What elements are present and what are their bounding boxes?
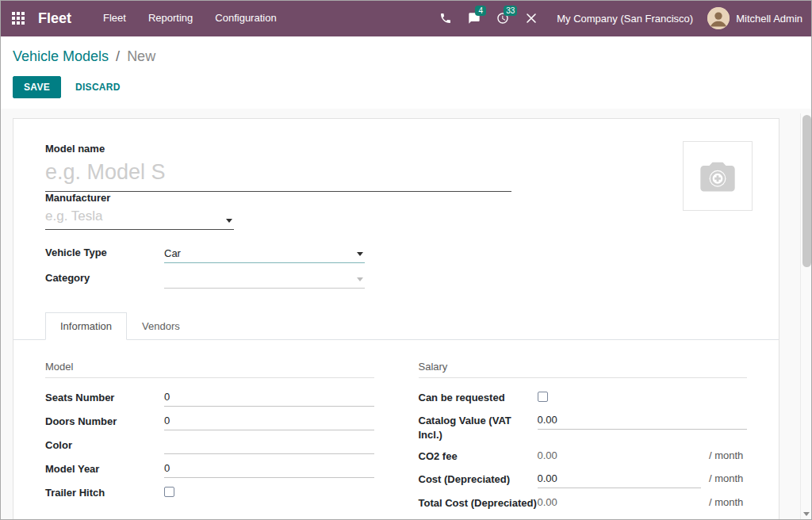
scrollbar[interactable] bbox=[800, 113, 812, 520]
tab-vendors[interactable]: Vendors bbox=[127, 312, 195, 340]
color-label: Color bbox=[45, 436, 164, 453]
menu-fleet[interactable]: Fleet bbox=[92, 0, 137, 36]
manufacturer-field[interactable] bbox=[45, 205, 234, 230]
manufacturer-input[interactable] bbox=[45, 205, 226, 229]
category-label: Category bbox=[45, 272, 164, 289]
model-name-label: Model name bbox=[45, 143, 105, 155]
activities-badge: 33 bbox=[504, 6, 517, 16]
triangle-down-icon bbox=[803, 512, 810, 516]
group-title-salary: Salary bbox=[419, 361, 748, 378]
seats-number-label: Seats Number bbox=[45, 388, 164, 405]
menu-configuration[interactable]: Configuration bbox=[204, 0, 287, 36]
apps-grid-icon bbox=[12, 12, 25, 25]
field-row: CO2 fee 0.00 / month bbox=[419, 447, 748, 465]
trailer-hitch-label: Trailer Hitch bbox=[45, 484, 164, 500]
seats-number-input[interactable] bbox=[164, 388, 374, 407]
doors-number-input[interactable] bbox=[164, 412, 374, 430]
topbar-right: 4 33 My Company (San Francisco) Mitchell… bbox=[431, 0, 812, 36]
phone-icon bbox=[439, 12, 452, 25]
doors-number-label: Doors Number bbox=[45, 412, 164, 429]
field-row: Seats Number bbox=[45, 388, 374, 407]
activities-button[interactable]: 33 bbox=[488, 0, 517, 36]
group-title-model: Model bbox=[45, 361, 374, 378]
group-model: Model Seats Number Doors Number Color Mo… bbox=[45, 361, 374, 517]
action-buttons: SAVE DISCARD bbox=[0, 71, 812, 109]
model-name-input[interactable] bbox=[45, 156, 511, 192]
vehicle-type-label: Vehicle Type bbox=[45, 247, 164, 263]
co2-fee-suffix: / month bbox=[701, 447, 747, 461]
breadcrumb: Vehicle Models / New bbox=[0, 36, 812, 71]
trailer-hitch-checkbox[interactable] bbox=[164, 487, 174, 497]
total-cost-suffix: / month bbox=[701, 494, 747, 508]
tab-information[interactable]: Information bbox=[45, 312, 127, 340]
total-cost-label: Total Cost (Depreciated) bbox=[419, 494, 538, 510]
cost-depreciated-input[interactable] bbox=[538, 470, 702, 488]
field-row: Total Cost (Depreciated) 0.00 / month bbox=[419, 494, 748, 511]
manufacturer-label: Manufacturer bbox=[45, 192, 110, 204]
breadcrumb-current: New bbox=[127, 48, 155, 64]
main-menu: Fleet Reporting Configuration bbox=[92, 0, 288, 36]
messages-button[interactable]: 4 bbox=[460, 0, 488, 36]
model-year-label: Model Year bbox=[45, 460, 164, 476]
user-avatar[interactable] bbox=[707, 7, 730, 29]
model-year-input[interactable] bbox=[164, 460, 374, 478]
scroll-down-button[interactable] bbox=[801, 508, 812, 519]
chevron-down-icon bbox=[357, 277, 363, 281]
vehicle-image-upload[interactable] bbox=[683, 141, 753, 211]
notebook-tabs: Information Vendors bbox=[13, 312, 779, 340]
field-row: Cost (Depreciated) / month bbox=[419, 470, 748, 488]
field-row: Doors Number bbox=[45, 412, 374, 430]
tools-button[interactable] bbox=[517, 0, 546, 36]
field-row: Trailer Hitch bbox=[45, 484, 374, 501]
category-select[interactable] bbox=[164, 270, 365, 289]
discard-button[interactable]: DISCARD bbox=[75, 77, 121, 98]
app-name[interactable]: Fleet bbox=[38, 10, 71, 27]
color-input[interactable] bbox=[164, 436, 374, 454]
messages-badge: 4 bbox=[475, 6, 486, 16]
breadcrumb-vehicle-models[interactable]: Vehicle Models bbox=[13, 48, 109, 64]
user-menu[interactable]: Mitchell Admin bbox=[730, 13, 802, 25]
apps-menu-button[interactable] bbox=[0, 0, 36, 36]
tab-content-information: Model Seats Number Doors Number Color Mo… bbox=[45, 340, 747, 517]
camera-plus-icon bbox=[697, 155, 738, 197]
cost-depreciated-suffix: / month bbox=[701, 470, 747, 484]
field-row: Color bbox=[45, 436, 374, 454]
chevron-down-icon bbox=[226, 219, 232, 223]
avatar-image bbox=[707, 7, 730, 29]
chevron-down-icon bbox=[357, 252, 363, 256]
catalog-value-input[interactable] bbox=[538, 411, 748, 430]
co2-fee-value: 0.00 bbox=[538, 447, 557, 465]
form-view: Model name Manufacturer Vehicle Type Car… bbox=[0, 109, 812, 520]
company-switcher[interactable]: My Company (San Francisco) bbox=[546, 13, 707, 25]
vehicle-type-select[interactable]: Car bbox=[164, 244, 365, 263]
form-sheet: Model name Manufacturer Vehicle Type Car… bbox=[13, 118, 779, 520]
breadcrumb-separator: / bbox=[113, 48, 123, 64]
save-button[interactable]: SAVE bbox=[13, 76, 61, 98]
scrollbar-thumb[interactable] bbox=[802, 115, 811, 267]
vehicle-type-value: Car bbox=[164, 246, 181, 262]
group-salary: Salary Can be requested Catalog Value (V… bbox=[419, 361, 748, 517]
field-row: Catalog Value (VAT Incl.) bbox=[419, 411, 748, 442]
co2-fee-label: CO2 fee bbox=[419, 447, 538, 464]
tools-icon bbox=[525, 12, 538, 25]
can-be-requested-checkbox[interactable] bbox=[538, 392, 548, 402]
vehicle-type-row: Vehicle Type Car bbox=[45, 244, 365, 263]
field-row: Model Year bbox=[45, 460, 374, 478]
total-cost-value: 0.00 bbox=[538, 494, 557, 511]
top-navbar: Fleet Fleet Reporting Configuration 4 33… bbox=[0, 0, 812, 36]
category-row: Category bbox=[45, 270, 365, 289]
field-row: Can be requested bbox=[419, 388, 748, 406]
cost-depreciated-label: Cost (Depreciated) bbox=[419, 470, 538, 487]
voip-button[interactable] bbox=[431, 0, 460, 36]
menu-reporting[interactable]: Reporting bbox=[137, 0, 204, 36]
can-be-requested-label: Can be requested bbox=[419, 388, 538, 405]
catalog-value-label: Catalog Value (VAT Incl.) bbox=[419, 411, 538, 442]
